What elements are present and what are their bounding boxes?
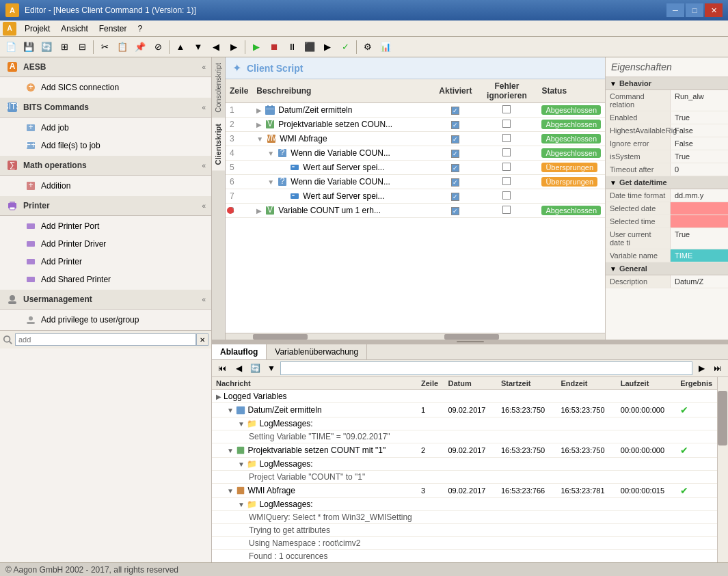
item-add-sics[interactable]: + Add SICS connection — [0, 79, 211, 96]
expand-8[interactable]: ▶ — [256, 207, 262, 215]
expand-6[interactable]: ▼ — [267, 178, 274, 186]
tab-variablen[interactable]: Variablenüberwachung — [267, 344, 367, 359]
row-6-ignore[interactable] — [476, 175, 537, 189]
run2-button[interactable]: ▶ — [319, 39, 336, 55]
props-section-datetime[interactable]: ▼ Get date/time — [606, 176, 728, 189]
properties-button[interactable]: ⊞ — [56, 39, 72, 55]
log-dropdown-btn[interactable]: ▼ — [264, 361, 279, 375]
section-header-aesb[interactable]: A AESB « — [0, 57, 211, 77]
row-4-ignore[interactable] — [476, 146, 537, 161]
row-5-activated[interactable] — [435, 161, 476, 175]
row-6-activated[interactable] — [435, 175, 476, 189]
row-1-ignore[interactable] — [476, 103, 537, 118]
expand-logged-vars[interactable]: ▶ — [216, 393, 221, 400]
item-addition[interactable]: + Addition — [0, 177, 211, 195]
grid-button[interactable]: ⊟ — [74, 39, 90, 55]
vtab-consolenskript[interactable]: Consolenskript — [212, 57, 225, 118]
log-first-btn[interactable]: ⏮ — [215, 361, 230, 375]
section-header-printer[interactable]: Printer « — [0, 196, 211, 216]
props-section-behavior[interactable]: ▼ Behavior — [606, 77, 728, 90]
prop-val-sel-date[interactable] — [671, 202, 728, 215]
expand-wmi[interactable]: ▼ — [227, 487, 234, 495]
tab-ablauflog[interactable]: Ablauflog — [212, 344, 267, 359]
log-refresh-btn[interactable]: 🔄 — [247, 361, 262, 375]
item-add-shared-printer[interactable]: Add Shared Printer — [0, 271, 211, 288]
item-add-files-job[interactable]: F+ Add file(s) to job — [0, 137, 211, 154]
minimize-button[interactable]: ─ — [666, 3, 684, 17]
copy-button[interactable]: 📋 — [114, 39, 131, 55]
vtab-clientskript[interactable]: Clientskript — [212, 118, 225, 171]
move-down-button[interactable]: ▼ — [190, 39, 206, 55]
new-button[interactable]: 📄 — [3, 39, 19, 55]
collapse-usermgmt[interactable]: « — [202, 296, 206, 303]
cut-button[interactable]: ✂ — [96, 39, 113, 55]
collapse-aesb[interactable]: « — [202, 64, 206, 71]
expand-logmsg3[interactable]: ▼ — [238, 501, 245, 508]
collapse-printer[interactable]: « — [202, 202, 206, 210]
row-7-ignore[interactable] — [476, 189, 537, 204]
step-button[interactable]: ⬛ — [301, 39, 318, 55]
chart-button[interactable]: 📊 — [377, 39, 394, 55]
save-button[interactable]: 💾 — [21, 39, 37, 55]
log-last-btn[interactable]: ⏭ — [710, 361, 725, 375]
section-header-usermgmt[interactable]: Usermanagement « — [0, 290, 211, 310]
row-1-activated[interactable] — [435, 103, 476, 118]
row-2-ignore[interactable] — [476, 118, 537, 132]
section-header-math[interactable]: ∑ Math operations « — [0, 156, 211, 176]
svg-rect-19 — [27, 259, 35, 264]
log-search-input[interactable] — [280, 361, 692, 375]
maximize-button[interactable]: □ — [686, 3, 703, 17]
row-8-activated[interactable] — [435, 204, 476, 218]
row-3-activated[interactable] — [435, 132, 476, 146]
indent-button[interactable]: ◀ — [208, 39, 224, 55]
row-8-ignore[interactable] — [476, 204, 537, 218]
row-8-desc: ▶ V Variable COUNT um 1 erh... — [252, 204, 435, 218]
stop-button[interactable]: ⏹ — [266, 39, 282, 55]
expand-4[interactable]: ▼ — [267, 150, 274, 157]
log-scrollbar[interactable] — [717, 377, 728, 562]
prop-val-sel-time[interactable] — [671, 215, 728, 228]
move-up-button[interactable]: ▲ — [172, 39, 189, 55]
paste-button[interactable]: 📌 — [132, 39, 148, 55]
check-button[interactable]: ✓ — [337, 39, 353, 55]
pause-button[interactable]: ⏸ — [284, 39, 300, 55]
row-3-ignore[interactable] — [476, 132, 537, 146]
horizontal-scrollbar[interactable] — [226, 333, 605, 340]
expand-logmsg2[interactable]: ▼ — [238, 461, 245, 468]
log-scroll-thumb[interactable] — [718, 391, 727, 445]
expand-2[interactable]: ▶ — [256, 121, 262, 128]
menu-fenster[interactable]: Fenster — [94, 23, 133, 35]
log-next-btn[interactable]: ▶ — [694, 361, 709, 375]
collapse-math[interactable]: « — [202, 162, 206, 169]
delete-button[interactable]: ⊘ — [150, 39, 166, 55]
expand-1[interactable]: ▶ — [256, 107, 262, 114]
expand-proj-var[interactable]: ▼ — [227, 447, 234, 454]
item-add-privilege[interactable]: Add privilege to user/group — [0, 311, 211, 329]
expand-logmsg1[interactable]: ▼ — [238, 420, 245, 428]
success-icon-3: ✔ — [680, 485, 688, 496]
settings-button[interactable]: ⚙ — [360, 39, 376, 55]
log-prev-btn[interactable]: ◀ — [231, 361, 246, 375]
expand-3[interactable]: ▼ — [256, 135, 263, 143]
row-7-activated[interactable] — [435, 189, 476, 204]
props-section-general[interactable]: ▼ General — [606, 262, 728, 275]
search-input[interactable] — [15, 333, 196, 346]
section-header-bits[interactable]: BITS BITS Commands « — [0, 98, 211, 118]
run-button[interactable]: ▶ — [248, 39, 265, 55]
item-add-printer-port[interactable]: Add Printer Port — [0, 217, 211, 235]
menu-projekt[interactable]: Projekt — [19, 23, 55, 35]
row-4-activated[interactable] — [435, 146, 476, 161]
expand-datum-zeit[interactable]: ▼ — [227, 407, 234, 414]
row-2-activated[interactable] — [435, 118, 476, 132]
close-button[interactable]: ✕ — [705, 3, 723, 17]
outdent-button[interactable]: ▶ — [226, 39, 242, 55]
collapse-bits[interactable]: « — [202, 104, 206, 111]
item-add-printer[interactable]: Add Printer — [0, 253, 211, 271]
menu-help[interactable]: ? — [132, 23, 148, 35]
clear-search-button[interactable]: ✕ — [196, 333, 208, 346]
refresh-button[interactable]: 🔄 — [38, 39, 55, 55]
menu-ansicht[interactable]: Ansicht — [55, 23, 93, 35]
item-add-job[interactable]: + Add job — [0, 119, 211, 137]
row-5-ignore[interactable] — [476, 161, 537, 175]
item-add-printer-driver[interactable]: Add Printer Driver — [0, 235, 211, 253]
